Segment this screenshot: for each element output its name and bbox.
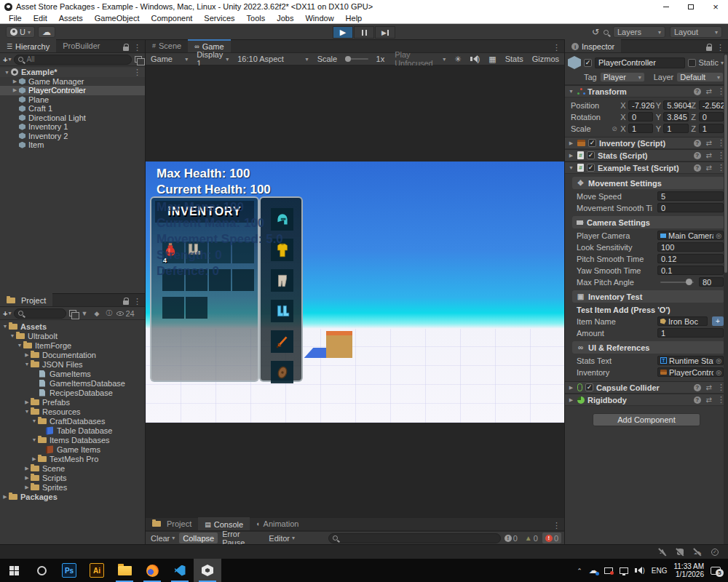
lock-icon[interactable] <box>123 47 129 51</box>
presets-icon[interactable]: ⇄ <box>706 151 712 159</box>
project-search[interactable] <box>14 308 66 319</box>
display-target-dropdown[interactable]: Game▾ <box>147 54 191 65</box>
cache-server-disabled-icon[interactable] <box>676 548 684 557</box>
inventory-slot-empty[interactable] <box>186 297 207 319</box>
tab-project[interactable]: Project <box>0 293 52 306</box>
menu-services[interactable]: Services <box>198 13 240 24</box>
add-component-button[interactable]: Add Component <box>593 413 700 426</box>
network-icon[interactable] <box>620 567 628 574</box>
minimize-button[interactable] <box>654 0 678 13</box>
help-icon[interactable]: ? <box>694 164 701 172</box>
layers-dropdown[interactable]: Layers▾ <box>613 26 665 38</box>
search-icon[interactable] <box>604 30 609 35</box>
gameobject-name-field[interactable]: PlayerController <box>595 57 685 68</box>
hierarchy-item[interactable]: Inventory 1 <box>0 122 145 132</box>
tree-item[interactable]: ▼Assets <box>0 322 145 331</box>
component-checkbox[interactable]: ✓ <box>587 164 595 172</box>
hierarchy-item[interactable]: Craft 1 <box>0 104 145 113</box>
tab-animation[interactable]: ◐Animation <box>250 517 305 530</box>
taskbar-vscode[interactable] <box>166 559 194 582</box>
error-pause-button[interactable]: Error Pause <box>218 533 264 543</box>
console-search[interactable] <box>328 533 501 543</box>
slider-knob[interactable] <box>686 279 692 285</box>
example-test-component-header[interactable]: ▼# ✓ Example Test (Script) ?⇄⋮ <box>565 162 728 174</box>
move-smooth-field[interactable]: 0 <box>657 203 724 212</box>
layer-dropdown[interactable]: Default▾ <box>676 72 724 82</box>
search-by-label-icon[interactable]: ◆ <box>92 308 101 318</box>
search-by-type-icon[interactable]: ▼ <box>79 308 89 318</box>
menu-file[interactable]: File <box>3 13 28 24</box>
aspect-dropdown[interactable]: 16:10 Aspect▾ <box>234 54 312 65</box>
hierarchy-item[interactable]: Inventory 2 <box>0 132 145 141</box>
static-toggle[interactable]: ✓ Static▾ <box>688 58 724 67</box>
notifications-muted-icon[interactable] <box>658 548 667 557</box>
help-icon[interactable]: ? <box>694 140 701 147</box>
cloud-disconnected-icon[interactable]: ☁ <box>693 548 702 557</box>
step-button[interactable]: ▶ <box>375 26 395 39</box>
component-checkbox[interactable]: ✓ <box>587 151 595 159</box>
constrain-link-icon[interactable]: ⊘ <box>611 125 618 132</box>
active-checkbox[interactable]: ✓ <box>584 59 592 67</box>
cortana-button[interactable] <box>28 559 55 582</box>
expand-arrow-icon[interactable]: ▶ <box>11 79 19 84</box>
info-count[interactable]: !0 <box>502 533 521 543</box>
clear-button[interactable]: Clear▾ <box>147 533 178 543</box>
collapse-button[interactable]: Collapse <box>179 533 218 543</box>
equip-slot-sword[interactable] <box>271 330 293 353</box>
tree-item[interactable]: ▼ItemForge <box>0 340 145 350</box>
tab-project-bottom[interactable]: Project <box>146 517 198 530</box>
maximize-button[interactable] <box>678 0 703 13</box>
scene-row[interactable]: ▼ Example* ⋮ <box>0 68 145 77</box>
undo-history-icon[interactable]: ↺ <box>592 27 599 37</box>
game-viewport[interactable]: Max Health: 100 Current Health: 100 Max … <box>146 65 564 518</box>
max-pitch-slider[interactable] <box>660 282 694 283</box>
pause-button[interactable] <box>354 26 374 39</box>
display-dropdown[interactable]: Display 1▾ <box>193 54 232 65</box>
tree-item[interactable]: ▼Resources <box>0 407 145 416</box>
hierarchy-item[interactable]: Directional Light <box>0 113 145 123</box>
inventory-ref-field[interactable]: PlayerContro ◎ <box>657 367 724 377</box>
help-icon[interactable]: ? <box>694 152 701 159</box>
start-button[interactable] <box>0 559 28 582</box>
tree-item[interactable]: RecipesDatabase <box>0 388 145 397</box>
tree-item[interactable]: Table Database <box>0 426 145 435</box>
object-picker-icon[interactable]: ◎ <box>716 357 721 364</box>
tab-console[interactable]: ▤Console <box>198 517 250 530</box>
kebab-menu-icon[interactable]: ⋮ <box>716 43 724 52</box>
object-picker-icon[interactable]: ◎ <box>716 232 721 239</box>
add-item-button[interactable]: + <box>712 316 724 326</box>
menu-jobs[interactable]: Jobs <box>271 13 299 24</box>
tree-item[interactable]: ▶Documentation <box>0 350 145 359</box>
scale-slider[interactable] <box>345 58 368 60</box>
equip-slot-leggings[interactable] <box>271 269 293 292</box>
capsule-collider-header[interactable]: ▶ ✓ Capsule Collider ?⇄⋮ <box>565 381 728 394</box>
position-y-field[interactable]: 5.9604 <box>663 100 688 110</box>
kebab-menu-icon[interactable]: ⋮ <box>553 43 561 52</box>
menu-tools[interactable]: Tools <box>241 13 272 24</box>
create-add-button[interactable]: +▾ <box>3 55 11 64</box>
presets-icon[interactable]: ⇄ <box>706 396 712 404</box>
menu-edit[interactable]: Edit <box>28 13 53 24</box>
kebab-menu-icon[interactable]: ⋮ <box>133 68 145 77</box>
scrollbar-thumb[interactable] <box>724 55 727 273</box>
tree-item[interactable]: ▼CraftDatabases <box>0 416 145 426</box>
expand-arrow-icon[interactable]: ▶ <box>11 87 19 93</box>
tab-probuilder[interactable]: ProBuilder <box>56 39 106 52</box>
object-picker-icon[interactable]: ◎ <box>716 369 721 376</box>
notification-center-button[interactable]: 5 <box>711 567 721 575</box>
tree-item[interactable]: GameItems <box>0 369 145 378</box>
stats-button[interactable]: Stats <box>502 54 527 65</box>
vsync-grid-icon[interactable]: ▦ <box>485 54 499 65</box>
taskbar-clock[interactable]: 11:33 AM 1/1/2026 <box>673 562 704 578</box>
scale-z-field[interactable]: 1 <box>699 124 724 133</box>
play-button[interactable]: ▶ <box>333 26 353 39</box>
error-count[interactable]: !0 <box>542 533 561 543</box>
hierarchy-item[interactable]: Item <box>0 140 145 150</box>
tree-item[interactable]: ▼Items Databases <box>0 435 145 445</box>
lock-icon[interactable] <box>706 47 712 51</box>
position-z-field[interactable]: -2.562 <box>699 100 724 110</box>
menu-gameobject[interactable]: GameObject <box>89 13 146 24</box>
inspector-scrollbar[interactable] <box>724 53 728 544</box>
presets-icon[interactable]: ⇄ <box>706 87 712 95</box>
kebab-menu-icon[interactable]: ⋮ <box>553 521 561 530</box>
